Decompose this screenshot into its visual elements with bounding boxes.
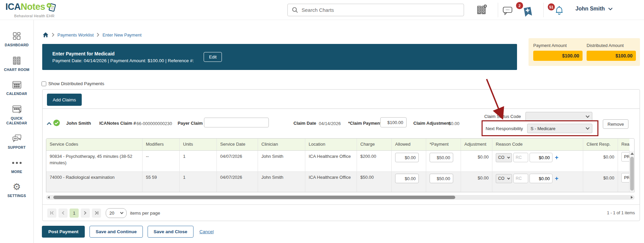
next-page-button[interactable] <box>81 209 90 218</box>
footer-actions: Post Payment Save and Continue Save and … <box>42 226 214 238</box>
sidebar-item-dashboard[interactable]: DASHBOARD <box>2 31 31 48</box>
payer-claim-label: Payer Claim # <box>178 121 206 126</box>
reason-amount-input[interactable] <box>530 153 552 162</box>
logo-text: ICANotes <box>5 2 45 11</box>
service-row-radiological: 74000 - Radiological examination 55 59 1… <box>46 172 629 192</box>
items-range-label: 1 - 1 of 1 items <box>607 211 635 215</box>
modifiers-cell: 55 59 <box>143 172 180 192</box>
dashboard-icon <box>12 31 21 41</box>
previous-page-button[interactable] <box>58 209 68 218</box>
page-size-select[interactable]: 20 <box>106 208 127 218</box>
banner-title: Enter Payment for Medicaid <box>52 51 204 56</box>
claim-date-value: 04/14/2026 <box>319 121 341 126</box>
collapse-claim-icon[interactable] <box>47 121 52 127</box>
save-and-close-button[interactable]: Save and Close <box>148 226 194 238</box>
charge-cell: $200.00 <box>357 151 392 171</box>
allowed-input[interactable] <box>395 174 419 183</box>
messages-icon[interactable] <box>503 6 513 17</box>
sidebar-item-more[interactable]: MORE <box>2 159 31 174</box>
chevron-down-icon <box>507 155 510 158</box>
adjustment-cell: $0.00 <box>461 172 492 192</box>
icanotes-claim-label: ICANotes Claim # <box>99 121 136 126</box>
sidebar-item-support[interactable]: SUPPORT <box>2 134 31 150</box>
sidebar-item-chart-room[interactable]: CHART ROOM <box>2 56 31 72</box>
add-patient-bookmark-icon[interactable]: 2 <box>521 5 534 18</box>
reason-group-select[interactable]: CO <box>496 174 512 183</box>
quick-calendar-icon <box>12 105 22 114</box>
save-and-continue-button[interactable]: Save and Continue <box>89 226 143 238</box>
claim-header-section: John Smith ICANotes Claim # 66-000000000… <box>43 108 640 138</box>
remove-claim-button[interactable]: Remove <box>603 119 628 129</box>
sidebar-item-settings[interactable]: ⚙ SETTINGS <box>2 183 31 198</box>
client-resp-cell: $0.00 <box>583 172 618 192</box>
claim-date-label: Claim Date <box>293 121 316 126</box>
units-cell: 1 <box>180 172 217 192</box>
app-logo: ICANotes Behavioral Health EHR <box>5 2 57 18</box>
user-menu[interactable]: John Smith <box>575 6 613 12</box>
banner-subtitle: Payment Date: 04/14/2026 | Payment Amoun… <box>52 58 204 63</box>
table-horizontal-scrollbar[interactable] <box>46 195 635 200</box>
col-charge: Charge <box>357 139 392 150</box>
location-cell: ICA Healthcare Office <box>305 151 357 171</box>
items-per-page-label: items per page <box>130 211 160 216</box>
payer-claim-input[interactable] <box>204 118 269 127</box>
payment-input[interactable] <box>430 153 453 162</box>
cancel-link[interactable]: Cancel <box>200 229 214 234</box>
next-responsibility-select[interactable]: S - Medicare <box>527 124 592 133</box>
distributed-amount-label: Distributed Amount <box>587 43 636 48</box>
home-icon[interactable] <box>43 32 49 38</box>
search-charts-box <box>287 4 464 16</box>
breadcrumb-separator-icon <box>97 33 99 37</box>
payment-amount-value: $100.00 <box>533 51 583 61</box>
page-1-button[interactable]: 1 <box>70 209 79 218</box>
search-input[interactable] <box>302 7 460 13</box>
table-vertical-scrollbar[interactable] <box>629 151 634 192</box>
payment-banner: Enter Payment for Medicaid Payment Date:… <box>42 44 517 70</box>
col-clinician: Clinician <box>258 139 305 150</box>
show-distributed-checkbox[interactable] <box>42 81 46 86</box>
chevron-down-icon <box>586 126 589 129</box>
scroll-left-icon[interactable] <box>48 196 50 199</box>
reason2-group-select[interactable]: PR <box>621 173 629 183</box>
claim-payment-input[interactable] <box>380 117 407 127</box>
breadcrumb-enter-new-payment[interactable]: Enter New Payment <box>102 32 141 38</box>
charge-cell: $50.00 <box>357 172 392 192</box>
last-page-button[interactable] <box>92 209 101 218</box>
edit-payment-button[interactable]: Edit <box>204 52 222 62</box>
service-date-cell: 04/07/2026 <box>217 172 258 192</box>
location-cell: ICA Healthcare Office <box>305 172 357 192</box>
add-reason-button[interactable]: + <box>555 175 559 181</box>
logo-document-plus-icon <box>46 2 57 13</box>
horizontal-scroll-thumb[interactable] <box>53 196 455 199</box>
first-page-button[interactable] <box>47 209 56 218</box>
logo-tagline: Behavioral Health EHR <box>14 14 57 18</box>
chevron-down-icon <box>586 114 589 118</box>
sidebar-item-calendar[interactable]: CALENDAR <box>2 80 31 96</box>
scroll-up-icon[interactable] <box>630 152 634 155</box>
scroll-right-icon[interactable] <box>631 196 633 199</box>
reason-group-select[interactable]: CO <box>496 153 512 162</box>
add-claims-button[interactable]: Add Claims <box>47 94 82 106</box>
user-name: John Smith <box>575 6 605 12</box>
col-client-resp: Client Resp. <box>583 139 618 150</box>
vertical-scroll-thumb[interactable] <box>630 157 634 191</box>
add-reason-button[interactable]: + <box>555 154 559 161</box>
reason-amount-input[interactable] <box>530 174 552 183</box>
claim-status-code-select[interactable] <box>525 112 592 121</box>
chart-cabinet-add-icon[interactable] <box>476 4 487 17</box>
breadcrumb: Payments Worklist Enter New Payment <box>43 32 141 38</box>
settings-gear-icon: ⚙ <box>12 183 21 191</box>
claim-adjustment-label: Claim Adjustment <box>413 121 450 126</box>
reason-code-input[interactable] <box>513 174 528 183</box>
claims-card: Add Claims John Smith ICANotes Claim # 6… <box>42 89 640 221</box>
sidebar-item-quick-calendar[interactable]: QUICK CALENDAR <box>2 105 31 125</box>
reason2-group-select[interactable]: PR <box>621 152 629 162</box>
reason-code-input[interactable] <box>513 153 528 162</box>
breadcrumb-payments-worklist[interactable]: Payments Worklist <box>57 32 94 38</box>
post-payment-button[interactable]: Post Payment <box>42 226 85 238</box>
notifications-badge: 51 <box>548 3 555 10</box>
show-distributed-payments-toggle[interactable]: Show Distributed Payments <box>42 81 104 86</box>
payment-input[interactable] <box>430 174 453 183</box>
allowed-input[interactable] <box>395 153 419 162</box>
notifications-bell-icon[interactable]: 51 <box>554 5 565 17</box>
